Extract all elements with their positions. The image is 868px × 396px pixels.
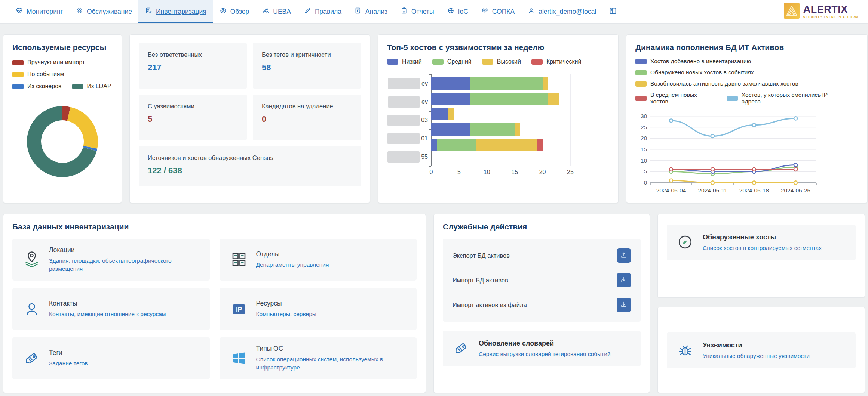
legend-item[interactable]: Средний	[432, 58, 472, 65]
db-tile-contacts[interactable]: Контакты Контакты, имеющие отношение к р…	[12, 288, 210, 330]
bar-segment[interactable]	[476, 139, 537, 151]
legend-swatch	[482, 59, 493, 65]
legend-item[interactable]: Высокий	[482, 58, 521, 65]
bar-segment[interactable]	[431, 123, 470, 136]
donut-segment[interactable]	[67, 107, 98, 149]
legend-item[interactable]: Обнаружено новых хостов в событиях	[635, 69, 754, 76]
legend-item[interactable]: Из LDAP	[72, 83, 111, 90]
legend-item[interactable]: Хостов добавлено в инвентаризацию	[635, 58, 751, 65]
x-tick-label: 10	[484, 169, 490, 176]
discovered-hosts-tile[interactable]: Обнаруженные хосты Список хостов в контр…	[667, 225, 856, 260]
bar-segment[interactable]	[431, 139, 437, 151]
nav-item-sopka[interactable]: СОПКА	[475, 0, 521, 23]
bar-segment[interactable]	[448, 108, 454, 120]
nav-item-monitoring[interactable]: Мониторинг	[9, 0, 69, 23]
nav-item-inventory[interactable]: Инвентаризация	[138, 0, 213, 23]
nav-item-ioc[interactable]: IoC	[441, 0, 475, 23]
data-point-marker[interactable]	[711, 181, 714, 184]
legend-item[interactable]: Хостов, у которых сменились IP адреса	[727, 92, 848, 105]
service-actions-card: Служебные действия Экспорт БД активов Им…	[433, 214, 650, 393]
data-point-marker[interactable]	[794, 163, 797, 167]
data-point-marker[interactable]	[669, 119, 673, 122]
data-point-marker[interactable]	[711, 168, 714, 171]
bar-row[interactable]	[431, 108, 570, 120]
bar-segment[interactable]	[548, 93, 559, 105]
data-point-marker[interactable]	[669, 179, 673, 182]
data-point-marker[interactable]	[711, 134, 714, 138]
legend-swatch	[635, 70, 647, 75]
import-file-button[interactable]	[617, 298, 631, 312]
svg-text:10: 10	[641, 157, 647, 164]
stat-tile-census[interactable]: Источников и хостов обнаруженных Census …	[139, 146, 361, 186]
user-menu[interactable]: alertix_demo@local	[521, 0, 602, 23]
legend-item[interactable]: Из сканеров	[12, 83, 62, 90]
legend-item[interactable]: Вручную или импорт	[12, 59, 85, 66]
resources-donut-chart[interactable]	[25, 104, 100, 179]
line-series[interactable]	[671, 165, 796, 172]
vulnerabilities-tile[interactable]: Уязвимости Уникальные обнаруженные уязви…	[667, 332, 856, 368]
logo-title: ALERTIX	[803, 4, 858, 15]
db-tile-tags[interactable]: Теги Задание тегов	[12, 337, 210, 379]
import-db-button[interactable]	[617, 273, 631, 287]
dictionary-desc: Сервис выгрузки словарей тегирования соб…	[479, 351, 611, 358]
svg-text:IP: IP	[236, 306, 242, 313]
export-db-button[interactable]	[617, 248, 631, 263]
top5-bar-chart[interactable]: evev030155 0510152025	[387, 74, 609, 176]
nav-item-ueba[interactable]: UEBA	[255, 0, 297, 23]
legend-item[interactable]: Низкий	[387, 58, 422, 65]
stat-label: С уязвимостями	[148, 103, 238, 110]
alertix-logo: ALERTIX SECURITY EVENT PLATFORM	[784, 0, 859, 23]
data-point-marker[interactable]	[752, 168, 756, 171]
legend-item[interactable]: В среднем новых хостов	[635, 92, 716, 105]
line-series[interactable]	[671, 180, 796, 183]
bar-segment[interactable]	[515, 123, 520, 136]
bar-segment[interactable]	[431, 77, 470, 90]
bar-segment[interactable]	[470, 93, 548, 105]
bar-segment[interactable]	[470, 77, 542, 90]
nav-item-analysis[interactable]: Анализ	[348, 0, 394, 23]
bar-segment[interactable]	[431, 93, 470, 105]
db-tile-locations[interactable]: Локации Здания, площадки, объекты геогра…	[12, 239, 210, 281]
nav-label: Обслуживание	[87, 8, 132, 16]
bar-segment[interactable]	[437, 139, 476, 151]
stat-tile-no-owner[interactable]: Без ответственных 217	[139, 43, 247, 89]
nav-item-reports[interactable]: Отчеты	[394, 0, 441, 23]
legend-item[interactable]: Возобновилась активность давно замолчавш…	[635, 80, 798, 87]
bar-segment[interactable]	[543, 77, 548, 90]
dictionary-update-tile[interactable]: Обновление словарей Сервис выгрузки слов…	[443, 331, 641, 366]
data-point-marker[interactable]	[752, 181, 756, 184]
bar-row[interactable]	[431, 93, 570, 105]
nav-item-rules[interactable]: Правила	[297, 0, 348, 23]
shortcut-desc: Список хостов в контролируемых сегментах	[703, 245, 822, 251]
hostname-suffix: ev	[421, 80, 428, 87]
db-tile-departments[interactable]: Отделы Департаменты управления	[220, 239, 417, 281]
dynamics-line-chart[interactable]: 0510152025302024-06-042024-06-112024-06-…	[635, 112, 858, 199]
data-point-marker[interactable]	[794, 181, 797, 184]
bar-row[interactable]	[431, 139, 570, 151]
stat-tile-with-vulns[interactable]: С уязвимостями 5	[139, 95, 247, 140]
nav-item-maintenance[interactable]: Обслуживание	[69, 0, 138, 23]
bar-segment[interactable]	[537, 139, 543, 151]
bar-segment[interactable]	[470, 123, 515, 136]
bar-row[interactable]	[431, 123, 570, 136]
nav-item-overview[interactable]: Обзор	[213, 0, 256, 23]
legend-swatch	[635, 96, 647, 101]
db-item-desc: Контакты, имеющие отношение к ресурсам	[49, 310, 166, 318]
legend-item[interactable]: По событиям	[12, 71, 64, 78]
legend-item[interactable]: Критический	[531, 58, 582, 65]
bar-category-label: 01	[387, 129, 431, 148]
data-point-marker[interactable]	[669, 168, 673, 171]
db-tile-os-types[interactable]: Типы ОС Список операционных систем, испо…	[220, 337, 417, 379]
location-layers-icon	[23, 251, 41, 269]
data-point-marker[interactable]	[794, 168, 797, 171]
data-point-marker[interactable]	[752, 123, 756, 127]
bar-row[interactable]	[431, 77, 570, 90]
bar-segment[interactable]	[431, 108, 448, 120]
stat-tile-no-tags[interactable]: Без тегов и критичности 58	[253, 43, 361, 89]
sidebar-toggle-button[interactable]	[602, 0, 623, 23]
clipboard-icon	[400, 7, 408, 16]
action-label: Импорт БД активов	[453, 277, 508, 284]
stat-tile-delete-candidates[interactable]: Кандидатов на удаление 0	[253, 95, 361, 140]
db-tile-resources[interactable]: IP Ресурсы Компьютеры, серверы	[220, 288, 417, 330]
data-point-marker[interactable]	[794, 117, 797, 120]
